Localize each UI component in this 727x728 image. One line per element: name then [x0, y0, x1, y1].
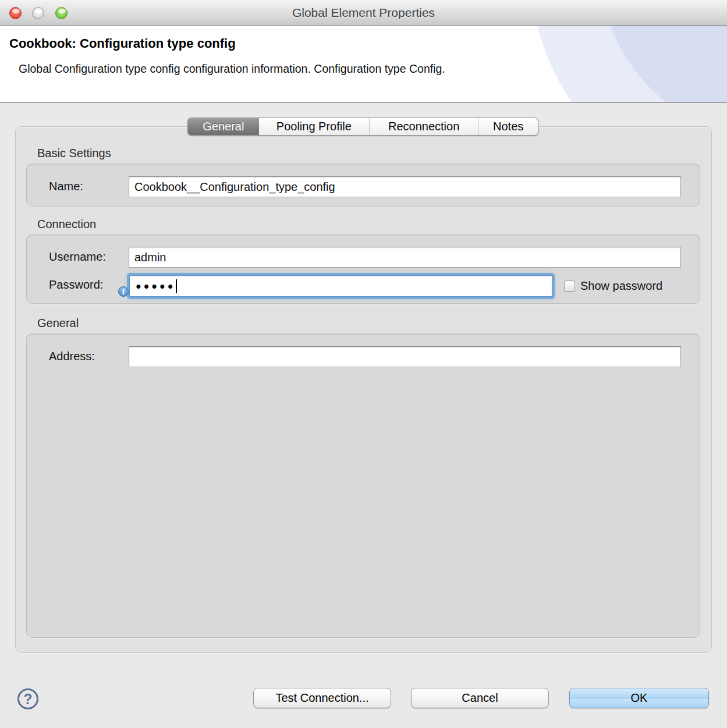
tab-general[interactable]: General: [188, 118, 259, 135]
tab-pooling-profile[interactable]: Pooling Profile: [259, 118, 369, 135]
tab-notes[interactable]: Notes: [478, 118, 538, 135]
test-connection-button[interactable]: Test Connection...: [253, 688, 391, 708]
name-input[interactable]: [129, 176, 681, 197]
question-mark-icon: ?: [23, 691, 32, 708]
global-element-properties-dialog: Global Element Properties Cookbook: Conf…: [0, 0, 727, 728]
tab-bar: General Pooling Profile Reconnection Not…: [187, 118, 538, 136]
password-label: Password:: [49, 278, 103, 292]
title-bar[interactable]: Global Element Properties: [0, 0, 727, 26]
info-icon[interactable]: i: [118, 286, 129, 297]
basic-settings-group-title: Basic Settings: [37, 147, 111, 160]
page-title: Cookbook: Configuration type config: [9, 36, 236, 51]
text-caret: [176, 279, 177, 293]
help-button[interactable]: ?: [17, 688, 38, 709]
address-label: Address:: [49, 350, 95, 363]
password-masked-value: ●●●●●: [136, 282, 175, 291]
window-title: Global Element Properties: [0, 0, 727, 25]
show-password-checkbox[interactable]: [564, 280, 575, 292]
general-group-title: General: [37, 317, 79, 330]
page-description: Global Configuration type config configu…: [19, 62, 445, 76]
ok-button[interactable]: OK: [569, 688, 709, 708]
dialog-header: Cookbook: Configuration type config Glob…: [0, 26, 727, 103]
show-password-label: Show password: [580, 279, 662, 293]
general-group: [26, 333, 700, 638]
name-label: Name:: [49, 180, 83, 193]
cancel-button[interactable]: Cancel: [411, 688, 549, 708]
username-input[interactable]: [129, 247, 681, 268]
address-input[interactable]: [129, 346, 681, 367]
username-label: Username:: [49, 250, 106, 264]
password-input[interactable]: ●●●●●: [129, 275, 552, 297]
connection-group-title: Connection: [37, 218, 96, 231]
tab-reconnection[interactable]: Reconnection: [369, 118, 478, 135]
